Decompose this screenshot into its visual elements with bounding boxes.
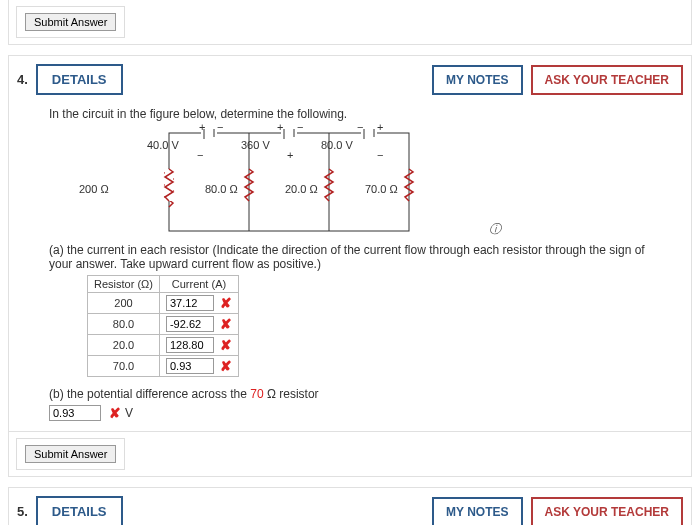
info-icon[interactable]: ⓘ (489, 221, 501, 238)
question-4-body: In the circuit in the figure below, dete… (9, 101, 691, 431)
circuit-diagram: + − + − − + − + − 40.0 V 360 V 80.0 V 20… (109, 129, 449, 235)
plus-1: + (199, 121, 205, 133)
minus-3b: − (377, 149, 383, 161)
wrong-icon: ✘ (216, 358, 232, 374)
part-b-text-1: (b) the potential difference across the (49, 387, 250, 401)
part-b: (b) the potential difference across the … (49, 387, 651, 421)
prev-question-tail: Submit Answer (8, 0, 692, 45)
question-4-header: 4. DETAILS MY NOTES ASK YOUR TEACHER (9, 56, 691, 101)
question-4: 4. DETAILS MY NOTES ASK YOUR TEACHER In … (8, 55, 692, 477)
wrong-icon: ✘ (216, 295, 232, 311)
wrong-icon: ✘ (105, 405, 121, 421)
unit-v: V (125, 406, 133, 420)
my-notes-button-q4[interactable]: MY NOTES (432, 65, 522, 95)
r3-label: 20.0 Ω (285, 183, 318, 195)
question-5: 5. DETAILS MY NOTES ASK YOUR TEACHER (8, 487, 692, 525)
wrong-icon: ✘ (216, 337, 232, 353)
q4-prompt: In the circuit in the figure below, dete… (49, 107, 651, 121)
minus-1: − (217, 121, 223, 133)
plus-2: + (277, 121, 283, 133)
part-b-text-2: Ω resistor (264, 387, 319, 401)
details-button-q5[interactable]: DETAILS (36, 496, 123, 525)
r2-label: 80.0 Ω (205, 183, 238, 195)
current-input-80[interactable] (166, 316, 214, 332)
table-header-row: Resistor (Ω) Current (A) (88, 276, 239, 293)
submit-answer-button-q4[interactable]: Submit Answer (25, 445, 116, 463)
q4-footer: Submit Answer (9, 431, 691, 476)
ask-teacher-button-q5[interactable]: ASK YOUR TEACHER (531, 497, 683, 526)
table-row: 80.0 ✘ (88, 314, 239, 335)
v2-label: 360 V (241, 139, 270, 151)
plus-3: + (377, 121, 383, 133)
table-row: 70.0 ✘ (88, 356, 239, 377)
ask-teacher-button-q4[interactable]: ASK YOUR TEACHER (531, 65, 683, 95)
plus-2b: + (287, 149, 293, 161)
part-a-text: (a) the current in each resistor (Indica… (49, 243, 651, 271)
submit-container-q4: Submit Answer (16, 438, 125, 470)
r4-label: 70.0 Ω (365, 183, 398, 195)
minus-2: − (297, 121, 303, 133)
part-b-red: 70 (250, 387, 263, 401)
part-b-answer-row: ✘ V (49, 405, 651, 421)
table-row: 200 ✘ (88, 293, 239, 314)
r-20: 20.0 (88, 335, 160, 356)
r-70: 70.0 (88, 356, 160, 377)
details-button-q4[interactable]: DETAILS (36, 64, 123, 95)
svg-rect-0 (169, 133, 409, 231)
v3-label: 80.0 V (321, 139, 353, 151)
question-number-5: 5. (17, 504, 28, 519)
minus-3a: − (357, 121, 363, 133)
col-current: Current (A) (159, 276, 238, 293)
r-200: 200 (88, 293, 160, 314)
potential-diff-input[interactable] (49, 405, 101, 421)
minus-1b: − (197, 149, 203, 161)
wrong-icon: ✘ (216, 316, 232, 332)
v1-label: 40.0 V (147, 139, 179, 151)
current-input-70[interactable] (166, 358, 214, 374)
current-table: Resistor (Ω) Current (A) 200 ✘ 80.0 ✘ 20… (87, 275, 239, 377)
r1-label: 200 Ω (79, 183, 109, 195)
submit-answer-button-top[interactable]: Submit Answer (25, 13, 116, 31)
current-input-20[interactable] (166, 337, 214, 353)
col-resistor: Resistor (Ω) (88, 276, 160, 293)
my-notes-button-q5[interactable]: MY NOTES (432, 497, 522, 526)
question-number-4: 4. (17, 72, 28, 87)
question-5-header: 5. DETAILS MY NOTES ASK YOUR TEACHER (9, 488, 691, 525)
table-row: 20.0 ✘ (88, 335, 239, 356)
current-input-200[interactable] (166, 295, 214, 311)
r-80: 80.0 (88, 314, 160, 335)
submit-container-top: Submit Answer (16, 6, 125, 38)
